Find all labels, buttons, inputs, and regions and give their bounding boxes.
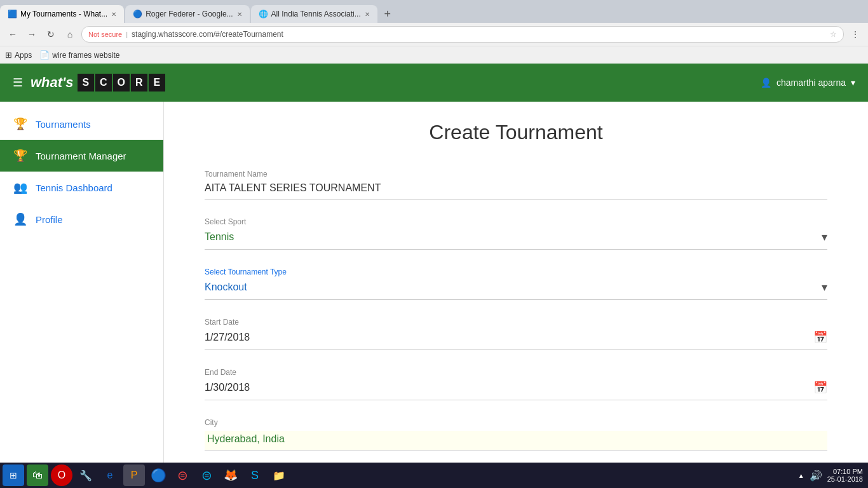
bookmark-apps[interactable]: ⊞ Apps — [5, 50, 32, 60]
apps-grid-icon: ⊞ — [5, 50, 12, 60]
windows-start[interactable]: ⊞ — [3, 464, 24, 486]
logo-whats: what's — [31, 74, 74, 91]
taskbar-chrome[interactable]: 🔵 — [147, 464, 169, 486]
tournaments-icon: 🏆 — [13, 117, 28, 131]
tab-my-tournaments[interactable]: 🟦 My Tournaments - What... ✕ — [0, 5, 124, 23]
user-menu[interactable]: 👤 chamarthi aparna ▾ — [761, 78, 855, 88]
tab-label-1: My Tournaments - What... — [20, 10, 107, 18]
logo: what's S C O R E — [31, 74, 165, 92]
address-bar: ← → ↻ ⌂ Not secure | staging.whatsscore.… — [0, 23, 868, 46]
tournament-name-input[interactable] — [205, 182, 827, 200]
sidebar-item-tennis-dashboard[interactable]: 👥 Tennis Dashboard — [0, 172, 163, 203]
home-button[interactable]: ⌂ — [62, 27, 78, 42]
tab-favicon-1: 🟦 — [8, 10, 17, 18]
logo-r: R — [131, 74, 147, 92]
wireframes-icon: 📄 — [39, 50, 50, 60]
sidebar-tournaments-label: Tournaments — [36, 119, 91, 130]
main-content: Create Tournament Tournament Name Select… — [164, 102, 868, 463]
tournament-type-dropdown-arrow: ▾ — [822, 280, 827, 294]
tab-favicon-2: 🔵 — [133, 10, 142, 18]
sport-value: Tennis — [205, 231, 822, 243]
tab-close-2[interactable]: ✕ — [237, 11, 242, 18]
tab-label-3: All India Tennis Associati... — [271, 10, 361, 18]
tournament-type-field: Select Tournament Type Knockout ▾ — [205, 268, 827, 300]
sidebar-item-tournament-manager[interactable]: 🏆 Tournament Manager — [0, 140, 163, 172]
sport-dropdown-arrow: ▾ — [822, 230, 827, 244]
security-label: Not secure — [88, 30, 122, 38]
tab-bar: 🟦 My Tournaments - What... ✕ 🔵 Roger Fed… — [0, 0, 868, 23]
url-box[interactable]: Not secure | staging.whatsscore.com/#/cr… — [81, 26, 844, 43]
end-date-row: 1/30/2018 📅 — [205, 381, 827, 400]
logo-area: ☰ what's S C O R E — [13, 74, 165, 92]
logo-e: E — [149, 74, 165, 92]
taskbar-app3[interactable]: ⊜ — [196, 464, 217, 486]
city-field: City — [205, 418, 827, 451]
user-icon: 👤 — [761, 78, 771, 88]
start-date-row: 1/27/2018 📅 — [205, 330, 827, 350]
tab-roger-federer[interactable]: 🔵 Roger Federer - Google... ✕ — [125, 5, 249, 23]
app-area: ☰ what's S C O R E 👤 chamarthi aparna ▾ — [0, 64, 868, 463]
taskbar-right: ▲ 🔊 07:10 PM 25-01-2018 — [798, 468, 865, 483]
end-date-calendar-icon[interactable]: 📅 — [813, 381, 827, 395]
start-date-value: 1/27/2018 — [205, 332, 813, 343]
logo-s: S — [78, 74, 94, 92]
bookmarks-bar: ⊞ Apps 📄 wire frames website — [0, 46, 868, 64]
end-date-value: 1/30/2018 — [205, 382, 813, 393]
time-display: 07:10 PM — [827, 468, 863, 475]
sidebar-profile-label: Profile — [36, 214, 63, 225]
user-dropdown-arrow: ▾ — [851, 78, 855, 88]
end-date-field: End Date 1/30/2018 📅 — [205, 368, 827, 400]
city-input[interactable] — [205, 431, 827, 451]
profile-icon: 👤 — [13, 212, 28, 226]
taskbar-firefox[interactable]: 🦊 — [220, 464, 241, 486]
logo-o: O — [113, 74, 130, 92]
tournament-type-label-static: Select — [205, 268, 227, 276]
taskbar-folder[interactable]: 📁 — [268, 464, 290, 486]
sidebar-tennis-dashboard-label: Tennis Dashboard — [36, 182, 112, 193]
user-name: chamarthi aparna — [776, 78, 846, 88]
reload-button[interactable]: ↻ — [43, 27, 58, 42]
back-button[interactable]: ← — [5, 27, 20, 42]
new-tab-button[interactable]: + — [379, 5, 397, 23]
select-sport-label: Select Sport — [205, 217, 827, 226]
start-date-calendar-icon[interactable]: 📅 — [813, 330, 827, 344]
apps-label: Apps — [15, 51, 32, 60]
page-title: Create Tournament — [189, 121, 843, 144]
sport-dropdown[interactable]: Tennis ▾ — [205, 230, 827, 250]
logo-score: S C O R E — [78, 74, 165, 92]
sidebar-item-tournaments[interactable]: 🏆 Tournaments — [0, 108, 163, 140]
tab-all-india[interactable]: 🌐 All India Tennis Associati... ✕ — [251, 5, 377, 23]
taskbar: ⊞ 🛍 O 🔧 e P 🔵 ⊜ ⊜ 🦊 S 📁 ▲ 🔊 07:10 PM 25-… — [0, 463, 868, 488]
taskbar-opera[interactable]: O — [51, 464, 72, 486]
taskbar-arrow-up[interactable]: ▲ — [798, 472, 804, 479]
create-tournament-form: Tournament Name Select Sport Tennis ▾ — [205, 170, 827, 463]
tournament-manager-icon: 🏆 — [13, 149, 28, 163]
tennis-dashboard-icon: 👥 — [13, 180, 28, 194]
taskbar-icons: 🔊 — [810, 470, 822, 482]
taskbar-app2[interactable]: ⊜ — [172, 464, 193, 486]
tab-favicon-3: 🌐 — [259, 10, 268, 18]
taskbar-p[interactable]: P — [123, 464, 145, 486]
tab-close-1[interactable]: ✕ — [111, 11, 116, 18]
bookmark-wireframes[interactable]: 📄 wire frames website — [39, 50, 119, 60]
menu-button[interactable]: ⋮ — [848, 27, 863, 42]
city-label: City — [205, 418, 827, 427]
taskbar-skype[interactable]: S — [244, 464, 266, 486]
url-text: staging.whatsscore.com/#/createTournamen… — [132, 30, 826, 39]
wireframes-label: wire frames website — [52, 51, 119, 60]
bookmark-star[interactable]: ☆ — [830, 30, 837, 39]
end-date-label: End Date — [205, 368, 827, 377]
tournament-type-dropdown[interactable]: Knockout ▾ — [205, 280, 827, 300]
hamburger-menu[interactable]: ☰ — [13, 76, 23, 90]
sidebar-item-profile[interactable]: 👤 Profile — [0, 203, 163, 235]
date-display: 25-01-2018 — [827, 475, 863, 483]
tournament-type-label: Select Tournament Type — [205, 268, 827, 276]
taskbar-store[interactable]: 🛍 — [27, 464, 48, 486]
top-nav: ☰ what's S C O R E 👤 chamarthi aparna ▾ — [0, 64, 868, 102]
taskbar-ie[interactable]: e — [99, 464, 121, 486]
start-date-field: Start Date 1/27/2018 📅 — [205, 318, 827, 350]
tab-close-3[interactable]: ✕ — [365, 11, 370, 18]
taskbar-tool[interactable]: 🔧 — [75, 464, 97, 486]
tournament-type-label-colored: Tournament Type — [227, 268, 287, 276]
forward-button[interactable]: → — [24, 27, 39, 42]
